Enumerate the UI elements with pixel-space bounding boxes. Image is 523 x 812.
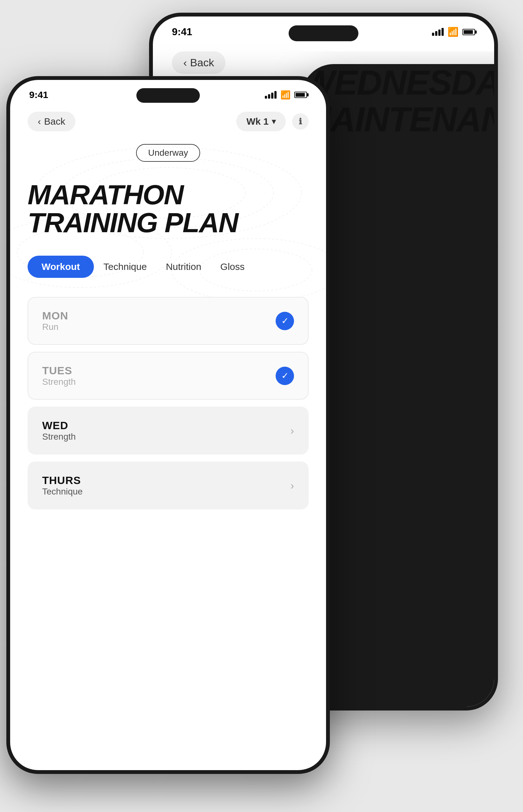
day-mon-label: MON	[42, 310, 68, 322]
day-wed-activity: Strength	[42, 432, 76, 442]
back-status-icons: 📶	[432, 26, 475, 37]
front-nav: ‹ Back Wk 1 ▾ ℹ	[28, 112, 309, 131]
tabs-row: Workout Technique Nutrition Gloss	[28, 256, 309, 278]
status-badge-label: Underway	[148, 148, 188, 158]
day-wed-chevron-icon: ›	[290, 425, 294, 437]
day-tues-activity: Strength	[42, 377, 76, 387]
day-tues-label: TUES	[42, 364, 76, 377]
front-back-chevron-icon: ‹	[38, 116, 41, 127]
back-signal-icon	[432, 28, 444, 36]
day-list: MON Run ✓ TUES Strength ✓ WED	[28, 297, 309, 509]
back-button[interactable]: ‹ Back	[172, 51, 226, 74]
day-mon-info: MON Run	[42, 310, 68, 332]
front-back-label: Back	[44, 116, 65, 127]
back-page-title: WEDNESDAYMAINTENANCE	[302, 64, 494, 707]
week-chevron-icon: ▾	[272, 117, 276, 126]
day-tues-info: TUES Strength	[42, 364, 76, 387]
front-signal-icon	[265, 91, 276, 98]
day-thurs-activity: Technique	[42, 487, 83, 497]
front-battery-icon	[294, 92, 307, 98]
front-status-bar: 9:41 📶	[10, 80, 326, 103]
tab-nutrition[interactable]: Nutrition	[156, 256, 211, 278]
tab-gloss[interactable]: Gloss	[211, 256, 254, 278]
front-wifi-icon: 📶	[281, 90, 290, 100]
day-wed-label: WED	[42, 419, 76, 432]
back-time: 9:41	[172, 26, 192, 38]
info-button[interactable]: ℹ	[292, 113, 309, 130]
back-dynamic-island	[289, 25, 358, 41]
day-thurs-label: THURS	[42, 474, 83, 487]
phone-front: 9:41 📶 ‹ Back	[6, 76, 330, 774]
front-content: ‹ Back Wk 1 ▾ ℹ Underway	[10, 112, 326, 770]
week-selector-label: Wk 1	[247, 116, 269, 127]
day-item-wed[interactable]: WED Strength ›	[28, 407, 309, 454]
tab-technique-label: Technique	[103, 261, 147, 272]
day-mon-check: ✓	[276, 312, 294, 330]
day-wed-info: WED Strength	[42, 419, 76, 442]
day-thurs-chevron-icon: ›	[290, 479, 294, 492]
front-back-button[interactable]: ‹ Back	[28, 112, 75, 131]
tab-gloss-label: Gloss	[220, 261, 245, 272]
day-item-mon[interactable]: MON Run ✓	[28, 297, 309, 345]
tab-workout-label: Workout	[41, 261, 80, 272]
week-selector[interactable]: Wk 1 ▾	[236, 112, 286, 131]
back-battery-icon	[463, 29, 475, 35]
back-button-label: Back	[190, 56, 214, 69]
front-status-icons: 📶	[265, 90, 307, 100]
day-mon-activity: Run	[42, 322, 68, 332]
back-status-bar: 9:41 📶	[153, 17, 494, 41]
front-time: 9:41	[29, 89, 48, 100]
day-tues-check: ✓	[276, 367, 294, 385]
front-dynamic-island	[137, 88, 200, 103]
tab-workout[interactable]: Workout	[28, 256, 94, 278]
front-page-title: MARATHONTRAINING PLAN	[28, 181, 309, 237]
back-wifi-icon: 📶	[448, 26, 458, 37]
tab-technique[interactable]: Technique	[94, 256, 156, 278]
day-item-thurs[interactable]: THURS Technique ›	[28, 462, 309, 509]
info-icon: ℹ	[299, 117, 302, 127]
back-chevron-icon: ‹	[183, 56, 187, 69]
status-badge: Underway	[136, 144, 200, 162]
day-item-tues[interactable]: TUES Strength ✓	[28, 352, 309, 400]
tab-nutrition-label: Nutrition	[166, 261, 201, 272]
day-thurs-info: THURS Technique	[42, 474, 83, 497]
